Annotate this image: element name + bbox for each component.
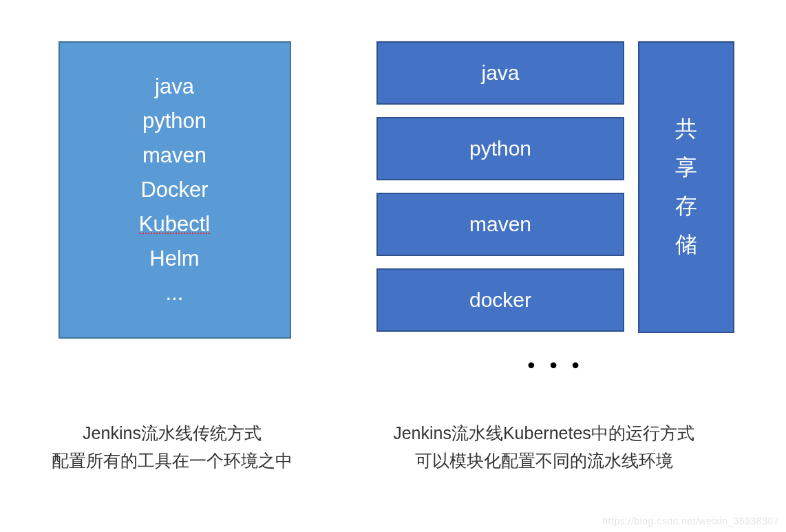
caption-line: Jenkins流水线传统方式 [41, 419, 303, 447]
diagram-container: java python maven Docker Kubectl Helm ..… [0, 0, 786, 378]
modules-column: java python maven docker [376, 41, 624, 333]
shared-storage-box: 共 享 存 储 [638, 41, 734, 333]
traditional-section: java python maven Docker Kubectl Helm ..… [52, 41, 297, 378]
caption-line: 配置所有的工具在一个环境之中 [41, 447, 303, 474]
module-maven: maven [376, 193, 624, 256]
caption-line: Jenkins流水线Kubernetes中的运行方式 [379, 419, 709, 447]
caption-kubernetes: Jenkins流水线Kubernetes中的运行方式 可以模块化配置不同的流水线… [379, 419, 709, 474]
tool-item-kubectl: Kubectl [139, 212, 210, 237]
caption-line: 可以模块化配置不同的流水线环境 [379, 447, 709, 474]
tool-item-java: java [155, 74, 194, 99]
kubernetes-section: java python maven docker 共 享 存 储 • • • [376, 41, 734, 378]
module-python: python [376, 117, 624, 180]
traditional-box: java python maven Docker Kubectl Helm ..… [59, 41, 291, 339]
module-java: java [376, 41, 624, 105]
watermark-text: https://blog.csdn.net/weixin_36938307 [602, 515, 779, 526]
storage-char-2: 享 [675, 153, 697, 183]
ellipsis-icon: • • • [527, 352, 583, 378]
tool-item-helm: Helm [149, 246, 199, 271]
captions-row: Jenkins流水线传统方式 配置所有的工具在一个环境之中 Jenkins流水线… [0, 419, 786, 474]
storage-char-3: 存 [675, 191, 697, 222]
storage-char-4: 储 [675, 230, 697, 260]
storage-char-1: 共 [675, 114, 697, 145]
tool-item-docker: Docker [140, 178, 208, 202]
caption-traditional: Jenkins流水线传统方式 配置所有的工具在一个环境之中 [41, 419, 303, 474]
tool-item-more: ... [166, 281, 184, 306]
tool-item-maven: maven [142, 143, 206, 168]
tool-item-python: python [142, 109, 206, 134]
modules-row: java python maven docker 共 享 存 储 [376, 41, 734, 333]
module-docker: docker [376, 268, 624, 332]
